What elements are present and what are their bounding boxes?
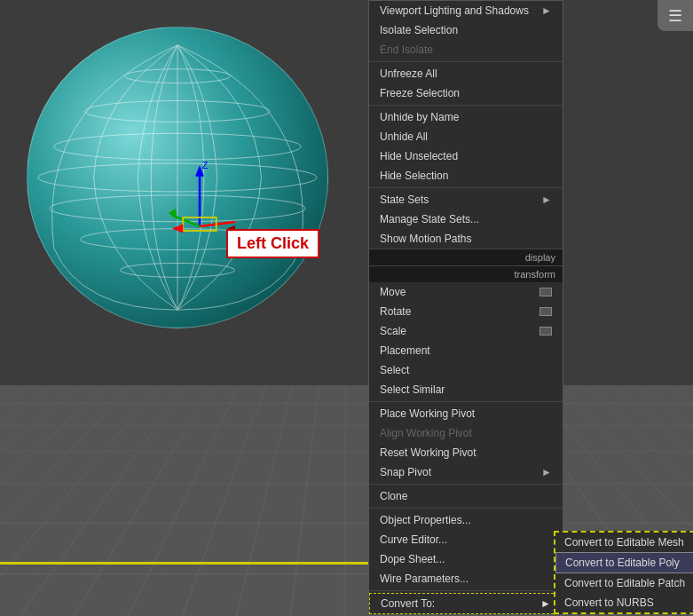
convert-to-arrow-icon: ► bbox=[540, 597, 551, 610]
rotate-icon bbox=[539, 307, 552, 316]
menu-item-freeze-selection[interactable]: Freeze Selection bbox=[369, 83, 563, 103]
svg-marker-16 bbox=[172, 225, 184, 233]
corner-icon: ☰ bbox=[658, 0, 693, 31]
menu-item-scale[interactable]: Scale bbox=[369, 321, 563, 341]
menu-item-move[interactable]: Move bbox=[369, 282, 563, 302]
state-sets-arrow-icon: ► bbox=[541, 193, 552, 206]
convert-editable-mesh[interactable]: Convert to Editable Mesh bbox=[555, 533, 693, 552]
menu-item-placement[interactable]: Placement bbox=[369, 341, 563, 360]
separator-3 bbox=[369, 187, 563, 188]
menu-item-end-isolate: End Isolate bbox=[369, 40, 563, 59]
menu-item-viewport-lighting[interactable]: Viewport Lighting and Shadows ► bbox=[369, 1, 563, 20]
arrow-icon: ► bbox=[541, 4, 552, 17]
svg-line-11 bbox=[200, 221, 235, 226]
menu-item-select[interactable]: Select bbox=[369, 360, 563, 380]
menu-item-rotate[interactable]: Rotate bbox=[369, 302, 563, 321]
separator-5 bbox=[369, 484, 563, 485]
separator-2 bbox=[369, 105, 563, 106]
menu-item-wire-parameters[interactable]: Wire Parameters... bbox=[369, 569, 563, 588]
menu-icon: ☰ bbox=[668, 6, 682, 26]
svg-text:Z: Z bbox=[202, 160, 209, 170]
display-section-header: display bbox=[369, 249, 563, 265]
menu-item-manage-state-sets[interactable]: Manage State Sets... bbox=[369, 209, 563, 229]
viewport: Z Left Click ☰ Viewport Lighting and Sha… bbox=[0, 0, 693, 616]
axis-gizmo: Z bbox=[164, 160, 235, 249]
menu-item-reset-working-pivot[interactable]: Reset Working Pivot bbox=[369, 443, 563, 462]
separator-6 bbox=[369, 508, 563, 509]
menu-item-dope-sheet[interactable]: Dope Sheet... bbox=[369, 549, 563, 569]
transform-section-header: transform bbox=[369, 265, 563, 282]
menu-item-unfreeze-all[interactable]: Unfreeze All bbox=[369, 64, 563, 83]
convert-submenu: Convert to Editable Mesh Convert to Edit… bbox=[554, 531, 693, 614]
svg-marker-14 bbox=[169, 209, 177, 220]
menu-item-unhide-by-name[interactable]: Unhide by Name bbox=[369, 107, 563, 127]
menu-item-show-motion-paths[interactable]: Show Motion Paths bbox=[369, 229, 563, 249]
separator-1 bbox=[369, 61, 563, 62]
menu-item-align-working-pivot: Align Working Pivot bbox=[369, 423, 563, 443]
menu-item-clone[interactable]: Clone bbox=[369, 486, 563, 506]
context-menu: Viewport Lighting and Shadows ► Isolate … bbox=[368, 0, 563, 615]
menu-item-convert-to[interactable]: Convert To: ► bbox=[369, 593, 563, 614]
convert-editable-patch[interactable]: Convert to Editable Patch bbox=[555, 573, 693, 593]
move-icon bbox=[539, 288, 552, 296]
menu-item-hide-unselected[interactable]: Hide Unselected bbox=[369, 146, 563, 166]
separator-4 bbox=[369, 401, 563, 402]
menu-item-unhide-all[interactable]: Unhide All bbox=[369, 127, 563, 146]
menu-item-place-working-pivot[interactable]: Place Working Pivot bbox=[369, 404, 563, 423]
convert-to-wrapper: Convert To: ► Convert to Editable Mesh C… bbox=[369, 593, 563, 614]
menu-item-snap-pivot[interactable]: Snap Pivot ► bbox=[369, 462, 563, 482]
menu-item-curve-editor[interactable]: Curve Editor... bbox=[369, 530, 563, 549]
left-click-label: Left Click bbox=[226, 229, 319, 258]
menu-item-object-properties[interactable]: Object Properties... bbox=[369, 510, 563, 530]
menu-item-select-similar[interactable]: Select Similar bbox=[369, 380, 563, 399]
convert-nurbs[interactable]: Convert to NURBS bbox=[555, 593, 693, 612]
scale-icon bbox=[539, 327, 552, 336]
separator-7 bbox=[369, 590, 563, 591]
menu-item-isolate-selection[interactable]: Isolate Selection bbox=[369, 20, 563, 40]
convert-editable-poly[interactable]: Convert to Editable Poly bbox=[555, 552, 693, 573]
menu-item-hide-selection[interactable]: Hide Selection bbox=[369, 166, 563, 186]
snap-pivot-arrow-icon: ► bbox=[541, 466, 552, 478]
menu-item-state-sets[interactable]: State Sets ► bbox=[369, 190, 563, 209]
sphere-container: Z bbox=[27, 27, 346, 346]
